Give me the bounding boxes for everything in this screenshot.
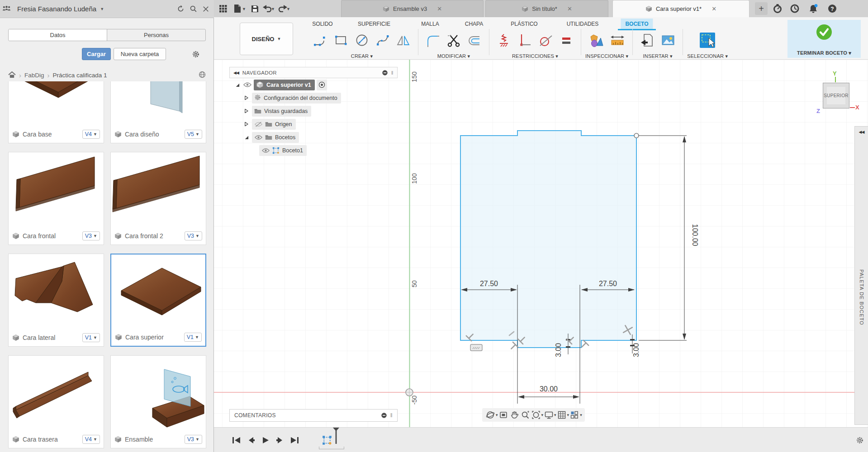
version-dropdown[interactable]: V3▼ (185, 231, 202, 240)
ribbon-tab-boceto[interactable]: BOCETO (621, 19, 653, 29)
close-tab-icon[interactable]: ✕ (437, 5, 442, 12)
timeline-step-back-icon[interactable] (246, 435, 256, 446)
node-chip[interactable]: Boceto1 (259, 145, 307, 156)
document-tab-sin-titulo[interactable]: Sin título* ✕ (485, 0, 608, 17)
file-menu-caret-icon[interactable]: ▼ (242, 7, 246, 11)
upload-button[interactable]: Cargar (82, 48, 111, 60)
breadcrumb-folder[interactable]: Práctica calificada 1 (53, 72, 107, 79)
collapse-panel-icon[interactable]: ◀◀ (233, 71, 239, 75)
visibility-eye-icon[interactable] (243, 81, 252, 89)
tab-datos[interactable]: Datos (9, 29, 107, 41)
dim-height[interactable]: 100.00 (691, 224, 699, 246)
spline-tool-icon[interactable] (372, 30, 393, 51)
group-label-insertar[interactable]: INSERTAR ▾ (643, 53, 673, 59)
close-panel-icon[interactable] (199, 3, 212, 15)
ribbon-tab-malla[interactable]: MALLA (417, 19, 443, 29)
viewports-icon[interactable] (569, 410, 580, 420)
close-tab-icon[interactable]: ✕ (567, 5, 572, 12)
finish-sketch-button[interactable]: TERMINAR BOCETO ▾ (787, 20, 861, 58)
viewports-caret-icon[interactable]: ▾ (580, 413, 582, 417)
item-card-cara-lateral[interactable]: Cara lateral V1▼ (8, 254, 104, 347)
dim-slot-depth[interactable]: 3.00 (555, 343, 562, 357)
look-at-icon[interactable] (498, 410, 509, 420)
dim-slot-width[interactable]: 30.00 (540, 385, 558, 393)
save-icon[interactable] (248, 2, 261, 15)
version-dropdown[interactable]: V3▼ (185, 435, 202, 444)
activate-component-radio[interactable] (317, 80, 327, 90)
item-card-cara-superior[interactable]: Cara superior V1▼ (110, 254, 206, 347)
grid-settings-icon[interactable] (556, 410, 567, 420)
sketch-profile[interactable] (460, 131, 636, 348)
group-label-crear[interactable]: CREAR ▾ (351, 53, 373, 59)
group-label-restricciones[interactable]: RESTRICCIONES ▾ (512, 53, 558, 59)
tab-personas[interactable]: Personas (107, 29, 205, 41)
document-tab-ensamble[interactable]: Ensamble v3 ✕ (341, 0, 484, 17)
tree-row-document-settings[interactable]: Configuración del documento (229, 91, 398, 104)
offset-tool-icon[interactable] (464, 30, 485, 51)
fillet-tool-icon[interactable] (422, 30, 443, 51)
node-chip[interactable]: Bocetos (252, 132, 299, 143)
collapsed-triangle-icon[interactable] (243, 108, 249, 114)
line-tool-icon[interactable] (310, 30, 331, 51)
node-chip[interactable]: Vistas guardadas (252, 106, 311, 117)
version-dropdown[interactable]: V5▼ (185, 130, 202, 139)
minimize-icon[interactable] (382, 70, 388, 76)
ribbon-tab-solido[interactable]: SOLIDO (308, 19, 337, 29)
group-label-inspeccionar[interactable]: INSPECCIONAR ▾ (585, 53, 628, 59)
orbit-icon[interactable] (485, 410, 496, 420)
version-dropdown[interactable]: V1▼ (184, 333, 202, 342)
timeline-play-icon[interactable] (260, 435, 271, 446)
analysis-shapes-icon[interactable] (586, 30, 607, 51)
tangent-constraint-icon[interactable] (535, 30, 556, 51)
tree-row-origin[interactable]: Origen (229, 118, 398, 131)
comments-bar[interactable]: COMENTARIOS ‖ (229, 409, 398, 422)
ribbon-tab-chapa[interactable]: CHAPA (460, 19, 488, 29)
version-dropdown[interactable]: V3▼ (82, 231, 100, 240)
timeline-settings-gear-icon[interactable] (854, 435, 865, 446)
item-card-cara-base[interactable]: Cara base V4▼ (8, 81, 104, 143)
item-card-cara-diseno[interactable]: Cara diseño V5▼ (110, 81, 206, 143)
job-status-clock-icon[interactable] (789, 3, 801, 14)
tree-row-root[interactable]: Cara superior v1 (229, 78, 398, 91)
group-label-seleccionar[interactable]: SELECCIONAR ▾ (687, 53, 728, 59)
version-dropdown[interactable]: V4▼ (82, 435, 100, 444)
undo-caret-icon[interactable]: ▼ (271, 7, 275, 11)
select-tool-icon[interactable] (695, 30, 720, 51)
collapsed-triangle-icon[interactable] (243, 95, 249, 101)
team-name[interactable]: Fresia Fasanando Ludeña (17, 5, 96, 13)
tree-row-boceto1[interactable]: Boceto1 (229, 144, 398, 157)
ribbon-tab-plastico[interactable]: PLÁSTICO (506, 19, 542, 29)
rectangle-tool-icon[interactable] (331, 30, 351, 51)
item-card-cara-trasera[interactable]: Cara trasera V4▼ (8, 355, 104, 448)
tree-row-sketches[interactable]: Bocetos (229, 131, 398, 144)
measure-ruler-icon[interactable] (607, 30, 628, 51)
workspace-selector[interactable]: DISEÑO▼ (240, 23, 293, 55)
breadcrumb-project[interactable]: FabDig (24, 72, 44, 79)
expanded-triangle-icon[interactable] (234, 82, 240, 88)
panel-grip-icon[interactable]: ‖ (391, 70, 394, 75)
visibility-eye-icon[interactable] (261, 147, 270, 154)
collapsed-triangle-icon[interactable] (243, 121, 249, 127)
extensions-icon[interactable] (772, 3, 783, 14)
pan-hand-icon[interactable] (509, 410, 520, 420)
sketch-palette-collapsed[interactable]: ◀◀ PALETA DE BOCETO (854, 126, 868, 425)
item-card-cara-frontal-2[interactable]: Cara frontal 2 V3▼ (110, 152, 206, 245)
dim-right-tab[interactable]: 27.50 (599, 280, 617, 287)
timeline-skip-start-icon[interactable] (231, 435, 242, 446)
search-icon[interactable] (187, 3, 199, 15)
group-label-modificar[interactable]: MODIFICAR ▾ (437, 53, 470, 59)
notifications-bell-icon[interactable] (807, 3, 819, 14)
tree-row-saved-views[interactable]: Vistas guardadas (229, 104, 398, 118)
visibility-eye-icon[interactable] (254, 134, 262, 141)
globe-icon[interactable] (199, 71, 206, 80)
origin-point[interactable] (406, 389, 413, 396)
panel-grip-icon[interactable]: ‖ (390, 412, 393, 419)
ribbon-tab-utilidades[interactable]: UTILIDADES (562, 19, 603, 29)
team-chevron-down-icon[interactable]: ▼ (100, 7, 104, 11)
root-node[interactable]: Cara superior v1 (254, 80, 315, 90)
insert-dxf-icon[interactable] (637, 30, 658, 51)
ribbon-tab-superficie[interactable]: SUPERFICIE (353, 19, 395, 29)
sketch-corner-point[interactable] (634, 133, 639, 138)
redo-caret-icon[interactable]: ▼ (286, 7, 290, 11)
circle-tool-icon[interactable] (351, 30, 372, 51)
